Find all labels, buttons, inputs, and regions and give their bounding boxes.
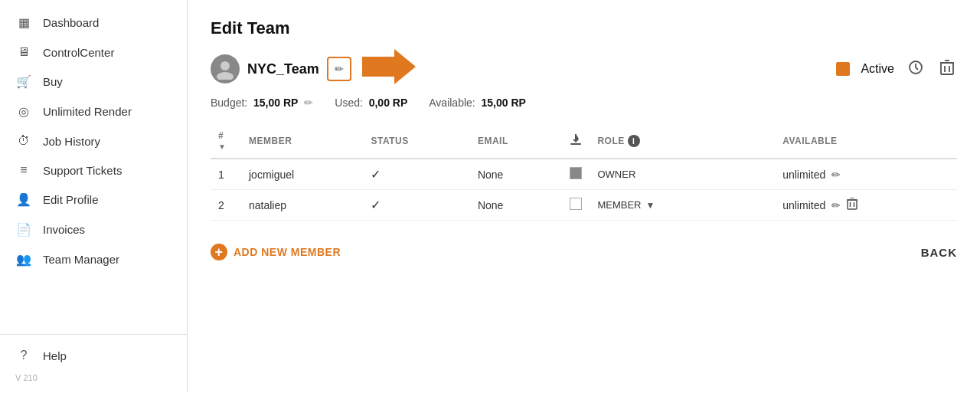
page-title: Edit Team bbox=[211, 18, 957, 38]
sidebar-item-job-history[interactable]: ⏱ Job History bbox=[0, 126, 187, 156]
member-email: None bbox=[470, 159, 563, 190]
budget-value: 15,00 RP bbox=[253, 97, 298, 109]
col-header-num[interactable]: # ▼ bbox=[211, 124, 241, 159]
bottom-row: + ADD NEW MEMBER BACK bbox=[211, 244, 957, 260]
sidebar-item-label: Job History bbox=[43, 135, 100, 148]
used-value: 0,00 RP bbox=[369, 97, 408, 109]
add-member-label: ADD NEW MEMBER bbox=[234, 246, 341, 258]
checkmark-icon: ✓ bbox=[371, 198, 381, 211]
svg-rect-13 bbox=[848, 200, 857, 209]
team-name: NYC_Team bbox=[247, 61, 319, 77]
arrow-indicator bbox=[362, 49, 416, 89]
svg-point-1 bbox=[217, 72, 234, 80]
sidebar: ▦ Dashboard 🖥 ControlCenter 🛒 Buy ◎ Unli… bbox=[0, 0, 188, 393]
sidebar-item-support-tickets[interactable]: ≡ Support Tickets bbox=[0, 156, 187, 185]
cart-icon: 🛒 bbox=[15, 74, 32, 89]
sidebar-item-dashboard[interactable]: ▦ Dashboard bbox=[0, 8, 187, 38]
sidebar-item-label: Support Tickets bbox=[43, 164, 122, 177]
color-square-filled[interactable] bbox=[570, 167, 582, 179]
team-icon: 👥 bbox=[15, 252, 32, 267]
add-icon: + bbox=[211, 244, 227, 260]
budget-row: Budget: 15,00 RP ✏ Used: 0,00 RP Availab… bbox=[211, 97, 957, 109]
sidebar-item-edit-profile[interactable]: 👤 Edit Profile bbox=[0, 185, 187, 215]
col-header-email: EMAIL bbox=[470, 124, 563, 159]
pencil-icon: ✏ bbox=[335, 63, 344, 75]
svg-point-0 bbox=[220, 61, 230, 70]
role-dropdown-arrow[interactable]: ▼ bbox=[646, 200, 655, 211]
active-status-dot bbox=[836, 62, 850, 76]
checkmark-icon: ✓ bbox=[371, 168, 381, 181]
color-square-empty[interactable] bbox=[570, 198, 582, 210]
role-label: MEMBER bbox=[597, 199, 641, 211]
avatar bbox=[211, 54, 240, 84]
render-icon: ◎ bbox=[15, 104, 32, 119]
col-header-status: STATUS bbox=[363, 124, 469, 159]
sidebar-item-invoices[interactable]: 📄 Invoices bbox=[0, 215, 187, 244]
help-icon: ? bbox=[15, 349, 32, 362]
edit-team-name-button[interactable]: ✏ bbox=[327, 57, 351, 81]
sidebar-item-label: Unlimited Render bbox=[43, 105, 132, 118]
available-value: unlimited bbox=[782, 199, 825, 211]
add-new-member-button[interactable]: + ADD NEW MEMBER bbox=[211, 244, 341, 260]
member-color[interactable] bbox=[562, 159, 590, 190]
edit-budget-button[interactable]: ✏ bbox=[304, 97, 313, 109]
svg-marker-2 bbox=[362, 49, 416, 84]
sidebar-item-label: Invoices bbox=[43, 223, 85, 236]
dashboard-icon: ▦ bbox=[15, 15, 32, 30]
edit-available-button[interactable]: ✏ bbox=[831, 199, 841, 211]
sidebar-item-label: Help bbox=[43, 349, 67, 362]
col-header-available: AVAILABLE bbox=[775, 124, 957, 159]
member-name: jocmiguel bbox=[241, 159, 363, 190]
sidebar-item-label: Edit Profile bbox=[43, 193, 99, 206]
role-info-icon[interactable]: i bbox=[628, 135, 640, 147]
member-role: MEMBER▼ bbox=[590, 190, 775, 221]
members-table: # ▼ MEMBER STATUS EMAIL ROLE i AVAILABL bbox=[211, 124, 957, 221]
history-button[interactable] bbox=[905, 58, 926, 80]
used-label: Used: 0,00 RP bbox=[335, 97, 407, 109]
sidebar-item-label: Team Manager bbox=[43, 253, 119, 266]
sidebar-item-label: ControlCenter bbox=[43, 46, 114, 59]
svg-rect-4 bbox=[941, 63, 953, 74]
available-label: Available: 15,00 RP bbox=[429, 97, 526, 109]
svg-rect-9 bbox=[570, 143, 581, 145]
available-value: 15,00 RP bbox=[482, 97, 526, 109]
sidebar-item-team-manager[interactable]: 👥 Team Manager bbox=[0, 244, 187, 274]
sidebar-item-label: Buy bbox=[43, 75, 63, 88]
active-status-label: Active bbox=[861, 62, 894, 76]
member-email: None bbox=[470, 190, 563, 221]
sidebar-item-help[interactable]: ? Help bbox=[0, 341, 187, 370]
profile-icon: 👤 bbox=[15, 192, 32, 207]
invoices-icon: 📄 bbox=[15, 222, 32, 237]
back-button[interactable]: BACK bbox=[921, 246, 957, 259]
budget-label: Budget: 15,00 RP ✏ bbox=[211, 97, 313, 109]
member-status: ✓ bbox=[363, 190, 469, 221]
member-status: ✓ bbox=[363, 159, 469, 190]
col-header-download bbox=[562, 124, 590, 159]
table-row: 1jocmiguel✓NoneOWNER unlimited ✏ bbox=[211, 159, 957, 190]
available-value: unlimited bbox=[782, 169, 825, 181]
delete-member-button[interactable] bbox=[847, 198, 858, 212]
col-header-member: MEMBER bbox=[241, 124, 363, 159]
sidebar-item-unlimited-render[interactable]: ◎ Unlimited Render bbox=[0, 97, 187, 126]
team-header-row: NYC_Team ✏ Active bbox=[211, 49, 957, 89]
sidebar-item-controlcenter[interactable]: 🖥 ControlCenter bbox=[0, 38, 187, 67]
tickets-icon: ≡ bbox=[15, 163, 32, 177]
edit-available-button[interactable]: ✏ bbox=[831, 169, 841, 181]
member-available: unlimited ✏ bbox=[775, 190, 957, 221]
row-num: 1 bbox=[211, 159, 241, 190]
role-label: OWNER bbox=[597, 169, 635, 180]
col-header-role: ROLE i bbox=[590, 124, 775, 159]
table-row: 2nataliep✓NoneMEMBER▼ unlimited ✏ bbox=[211, 190, 957, 221]
sidebar-item-buy[interactable]: 🛒 Buy bbox=[0, 67, 187, 97]
member-available: unlimited ✏ bbox=[775, 159, 957, 190]
sidebar-item-label: Dashboard bbox=[43, 16, 99, 29]
member-color[interactable] bbox=[562, 190, 590, 221]
history-clock-icon: ⏱ bbox=[15, 134, 32, 148]
version-text: V 210 bbox=[0, 370, 187, 385]
svg-marker-12 bbox=[573, 139, 579, 142]
delete-team-button[interactable] bbox=[937, 58, 957, 80]
member-name: nataliep bbox=[241, 190, 363, 221]
top-right-controls: Active bbox=[836, 58, 957, 80]
monitor-icon: 🖥 bbox=[15, 45, 32, 59]
sidebar-bottom: ? Help V 210 bbox=[0, 334, 187, 385]
